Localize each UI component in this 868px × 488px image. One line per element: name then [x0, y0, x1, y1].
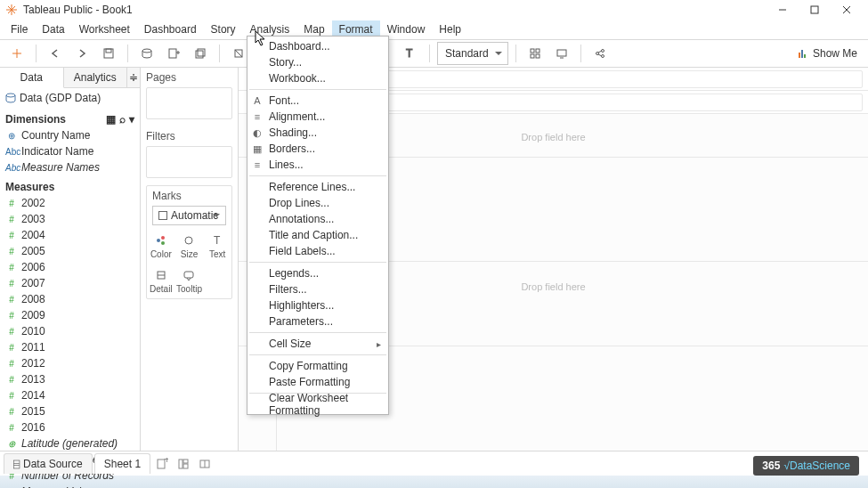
fit-dropdown[interactable]: Standard — [437, 42, 508, 65]
mark-color-button[interactable]: Color — [147, 229, 175, 264]
measure-field[interactable]: #2008 — [4, 291, 136, 307]
menu-help[interactable]: Help — [432, 20, 468, 38]
automatic-icon — [158, 211, 167, 220]
format-menu-item[interactable]: Cell Size▸ — [247, 336, 388, 352]
measure-field[interactable]: #2013 — [4, 371, 136, 387]
format-menu-item[interactable]: Clear Worksheet Formatting — [247, 396, 388, 412]
dropdown-icon[interactable]: ▾ — [129, 113, 134, 126]
datasource-item[interactable]: Data (GDP Data) — [0, 88, 140, 108]
new-story-tab[interactable] — [195, 454, 215, 474]
format-menu-item[interactable]: Title and Caption... — [247, 227, 388, 243]
measure-field[interactable]: #2009 — [4, 307, 136, 323]
format-menu-item[interactable]: Reference Lines... — [247, 179, 388, 195]
menu-item-icon: A — [251, 95, 264, 106]
field-type-icon: ⊕ — [5, 439, 18, 449]
mark-type-dropdown[interactable]: Automatic — [152, 206, 226, 225]
show-me-label: Show Me — [813, 47, 857, 60]
format-menu-item[interactable]: Legends... — [247, 265, 388, 281]
mark-size-button[interactable]: Size — [175, 229, 204, 264]
new-datasource-button[interactable] — [135, 42, 158, 65]
measure-field[interactable]: #2012 — [4, 355, 136, 371]
dimensions-header: Dimensions ▦ ⌕ ▾ — [0, 108, 140, 127]
duplicate-button[interactable] — [189, 42, 212, 65]
tab-datasource[interactable]: ⌸ Data Source — [4, 453, 93, 474]
back-button[interactable] — [44, 42, 67, 65]
measure-field[interactable]: #2014 — [4, 387, 136, 403]
svg-rect-51 — [184, 272, 193, 278]
menu-file[interactable]: File — [4, 20, 35, 38]
format-menu-item[interactable]: ≡Lines... — [247, 157, 388, 173]
mark-text-button[interactable]: TText — [203, 229, 231, 264]
pages-shelf[interactable] — [146, 87, 232, 119]
format-menu-item[interactable]: ≡Alignment... — [247, 109, 388, 125]
filters-shelf[interactable] — [146, 146, 232, 178]
mark-detail-button[interactable]: Detail — [147, 264, 175, 298]
forward-button[interactable] — [70, 42, 93, 65]
format-menu-item[interactable]: Filters... — [247, 281, 388, 297]
pane-menu-icon[interactable]: ≑ — [127, 68, 140, 87]
field-type-icon: # — [5, 423, 18, 433]
format-menu-item[interactable]: ◐Shading... — [247, 125, 388, 141]
measure-field[interactable]: #2015 — [4, 403, 136, 419]
field-type-icon: # — [5, 199, 18, 208]
show-me-button[interactable]: Show Me — [791, 47, 863, 60]
new-worksheet-tab[interactable]: + — [152, 454, 172, 474]
format-menu-item[interactable]: Field Labels... — [247, 243, 388, 259]
menu-story[interactable]: Story — [204, 20, 243, 38]
field-type-icon: # — [5, 407, 18, 417]
size-icon — [182, 233, 196, 248]
search-icon[interactable]: ⌕ — [119, 113, 126, 126]
tableau-icon[interactable] — [5, 42, 28, 65]
menu-dashboard[interactable]: Dashboard — [137, 20, 204, 38]
measure-field[interactable]: #2005 — [4, 243, 136, 259]
tab-sheet1[interactable]: Sheet 1 — [94, 453, 150, 474]
measure-field[interactable]: #Measure Values — [4, 484, 136, 488]
svg-rect-55 — [183, 460, 188, 463]
measure-field[interactable]: #2006 — [4, 259, 136, 275]
svg-text:T: T — [214, 234, 221, 247]
format-menu-item[interactable]: Highlighters... — [247, 297, 388, 313]
measure-field[interactable]: ⊕Latitude (generated) — [4, 435, 136, 451]
dimension-field[interactable]: ⊕Country Name — [4, 127, 136, 143]
measure-field[interactable]: #2016 — [4, 419, 136, 435]
measure-field[interactable]: #2007 — [4, 275, 136, 291]
format-menu-item[interactable]: Annotations... — [247, 211, 388, 227]
format-menu-item[interactable]: AFont... — [247, 93, 388, 109]
measure-field[interactable]: #2010 — [4, 323, 136, 339]
close-button[interactable] — [831, 0, 863, 20]
format-menu-item[interactable]: Copy Formatting — [247, 358, 388, 374]
measure-field[interactable]: #2003 — [4, 211, 136, 227]
dimension-field[interactable]: AbcIndicator Name — [4, 143, 136, 159]
maximize-button[interactable] — [799, 0, 831, 20]
mark-tooltip-button[interactable]: Tooltip — [175, 264, 204, 298]
format-menu-item[interactable]: Story... — [247, 54, 388, 70]
tab-analytics[interactable]: Analytics — [64, 68, 128, 87]
text-icon: T — [210, 233, 224, 248]
dimension-field[interactable]: AbcMeasure Names — [4, 159, 136, 175]
save-button[interactable] — [97, 42, 120, 65]
svg-rect-42 — [804, 54, 806, 58]
menu-worksheet[interactable]: Worksheet — [72, 20, 137, 38]
svg-rect-5 — [811, 6, 818, 13]
format-menu-item[interactable]: ▦Borders... — [247, 141, 388, 157]
presentation-button[interactable] — [550, 42, 573, 65]
measure-field[interactable]: #2011 — [4, 339, 136, 355]
minimize-button[interactable] — [767, 0, 799, 20]
format-menu-item[interactable]: Parameters... — [247, 313, 388, 329]
measure-field[interactable]: #2004 — [4, 227, 136, 243]
tab-data[interactable]: Data — [0, 68, 64, 88]
share-button[interactable] — [588, 42, 612, 65]
new-worksheet-button[interactable] — [162, 42, 185, 65]
menu-data[interactable]: Data — [35, 20, 71, 38]
new-dashboard-tab[interactable] — [174, 454, 193, 474]
measure-field[interactable]: #2002 — [4, 195, 136, 211]
mouse-cursor-icon — [255, 30, 269, 48]
svg-rect-29 — [531, 49, 534, 53]
format-menu-item[interactable]: Workbook... — [247, 70, 388, 86]
format-menu-item[interactable]: Drop Lines... — [247, 195, 388, 211]
show-cards-button[interactable] — [523, 42, 547, 65]
labels-button[interactable]: T — [399, 42, 422, 65]
menu-item-icon: ≡ — [251, 159, 264, 170]
view-icon[interactable]: ▦ — [106, 113, 116, 126]
field-type-icon: ⊕ — [5, 131, 18, 141]
